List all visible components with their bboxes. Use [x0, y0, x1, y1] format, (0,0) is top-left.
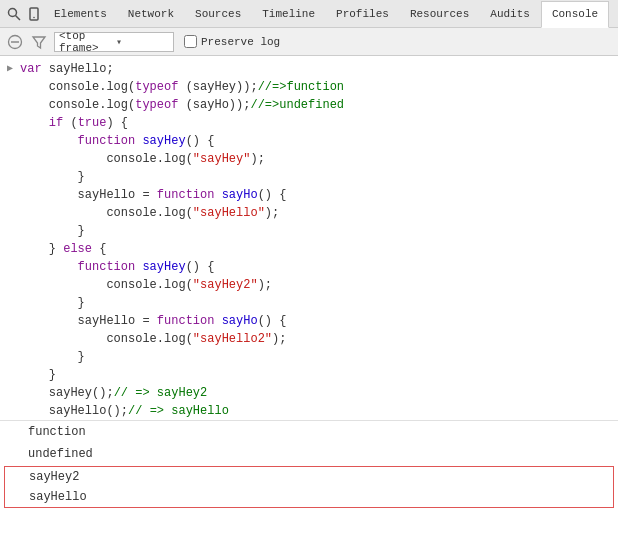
- expand-arrow[interactable]: ▶: [0, 60, 20, 76]
- svg-marker-6: [33, 37, 45, 48]
- code-text: }: [20, 348, 610, 366]
- tab-profiles[interactable]: Profiles: [326, 0, 400, 27]
- code-text: }: [20, 366, 610, 384]
- tab-console[interactable]: Console: [541, 1, 609, 28]
- output-line-sayhello: sayHello: [4, 487, 614, 508]
- code-text: if (true) {: [20, 114, 610, 132]
- code-text: var sayHello;: [20, 60, 610, 78]
- expand-arrow: [0, 78, 20, 79]
- toolbar: <top frame> ▾ Preserve log: [0, 28, 618, 56]
- code-text: console.log("sayHello");: [20, 204, 610, 222]
- filter-icon[interactable]: [30, 33, 48, 51]
- code-text: sayHey();// => sayHey2: [20, 384, 610, 402]
- expand-arrow: [0, 96, 20, 97]
- code-line: sayHello();// => sayHello: [0, 402, 618, 420]
- code-line: console.log("sayHello2");: [0, 330, 618, 348]
- code-line: console.log(typeof (sayHo));//=>undefine…: [0, 96, 618, 114]
- code-text: function sayHey() {: [20, 132, 610, 150]
- svg-point-3: [33, 16, 35, 18]
- expand-arrow: [0, 114, 20, 115]
- expand-arrow: [0, 150, 20, 151]
- expand-arrow: [0, 240, 20, 241]
- code-line: }: [0, 222, 618, 240]
- expand-arrow: [0, 258, 20, 259]
- expand-arrow: [0, 132, 20, 133]
- code-text: sayHello = function sayHo() {: [20, 186, 610, 204]
- code-line: sayHello = function sayHo() {: [0, 312, 618, 330]
- expand-arrow: [0, 384, 20, 385]
- code-text: console.log(typeof (sayHo));//=>undefine…: [20, 96, 610, 114]
- output-line-undefined: undefined: [0, 443, 618, 465]
- main-content: ▶ var sayHello; console.log(typeof (sayH…: [0, 56, 618, 533]
- expand-arrow: [0, 366, 20, 367]
- code-line: console.log("sayHey2");: [0, 276, 618, 294]
- expand-arrow: [0, 168, 20, 169]
- preserve-log-group: Preserve log: [184, 35, 280, 48]
- code-text: } else {: [20, 240, 610, 258]
- search-icon[interactable]: [4, 4, 24, 24]
- tab-resources[interactable]: Resources: [400, 0, 480, 27]
- expand-arrow: [0, 312, 20, 313]
- device-icon[interactable]: [24, 4, 44, 24]
- code-line: console.log(typeof (sayHey));//=>functio…: [0, 78, 618, 96]
- frame-selector-arrow: ▾: [116, 36, 169, 48]
- code-line: }: [0, 168, 618, 186]
- expand-arrow: [0, 204, 20, 205]
- code-line: function sayHey() {: [0, 258, 618, 276]
- code-line: console.log("sayHey");: [0, 150, 618, 168]
- code-text: }: [20, 294, 610, 312]
- svg-line-1: [16, 15, 21, 20]
- frame-selector[interactable]: <top frame> ▾: [54, 32, 174, 52]
- expand-arrow: [0, 186, 20, 187]
- tab-audits[interactable]: Audits: [480, 0, 541, 27]
- code-text: }: [20, 168, 610, 186]
- tab-network[interactable]: Network: [118, 0, 185, 27]
- code-line: }: [0, 348, 618, 366]
- code-line: }: [0, 366, 618, 384]
- expand-arrow: [0, 294, 20, 295]
- tab-timeline[interactable]: Timeline: [252, 0, 326, 27]
- expand-arrow: [0, 402, 20, 403]
- svg-point-0: [9, 8, 17, 16]
- tab-sources[interactable]: Sources: [185, 0, 252, 27]
- code-line: } else {: [0, 240, 618, 258]
- code-text: console.log("sayHey");: [20, 150, 610, 168]
- code-line: sayHey();// => sayHey2: [0, 384, 618, 402]
- code-text: sayHello = function sayHo() {: [20, 312, 610, 330]
- clear-icon[interactable]: [6, 33, 24, 51]
- expand-arrow: [0, 348, 20, 349]
- code-line: function sayHey() {: [0, 132, 618, 150]
- code-text: }: [20, 222, 610, 240]
- code-text: function sayHey() {: [20, 258, 610, 276]
- code-line: console.log("sayHello");: [0, 204, 618, 222]
- code-area: ▶ var sayHello; console.log(typeof (sayH…: [0, 56, 618, 533]
- expand-arrow: [0, 222, 20, 223]
- code-line: sayHello = function sayHo() {: [0, 186, 618, 204]
- code-text: console.log("sayHello2");: [20, 330, 610, 348]
- top-nav: Elements Network Sources Timeline Profil…: [0, 0, 618, 28]
- code-line: if (true) {: [0, 114, 618, 132]
- expand-arrow: [0, 330, 20, 331]
- tab-elements[interactable]: Elements: [44, 0, 118, 27]
- output-line-sayhey2: sayHey2: [4, 466, 614, 488]
- preserve-log-label[interactable]: Preserve log: [201, 36, 280, 48]
- preserve-log-checkbox[interactable]: [184, 35, 197, 48]
- code-text: console.log("sayHey2");: [20, 276, 610, 294]
- code-line: ▶ var sayHello;: [0, 60, 618, 78]
- expand-arrow: [0, 276, 20, 277]
- code-text: sayHello();// => sayHello: [20, 402, 610, 420]
- code-text: console.log(typeof (sayHey));//=>functio…: [20, 78, 610, 96]
- output-line-function: function: [0, 421, 618, 443]
- code-line: }: [0, 294, 618, 312]
